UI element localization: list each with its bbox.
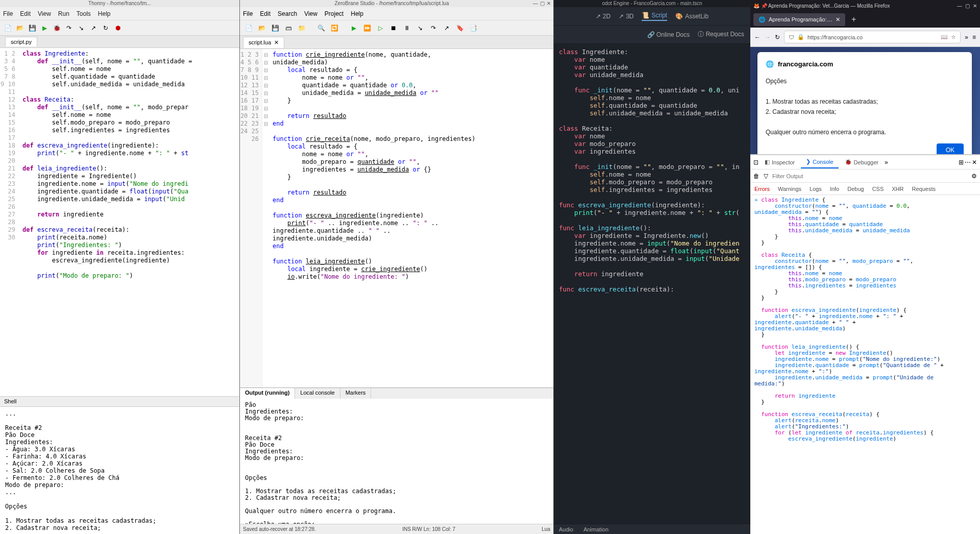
tab-assetlib[interactable]: 🎨 AssetLib xyxy=(675,13,708,20)
cat-debug[interactable]: Debug xyxy=(843,184,868,194)
save-icon[interactable]: 💾 xyxy=(28,23,37,33)
menu-edit[interactable]: Edit xyxy=(20,10,31,17)
run2-icon[interactable]: ⏩ xyxy=(361,22,373,34)
projdir-icon[interactable]: 📁 xyxy=(296,22,307,34)
godot-editor[interactable]: class Ingrediente: var nome var quantida… xyxy=(554,44,750,524)
step-into-icon[interactable]: ↘ xyxy=(414,22,426,34)
tab-inspector[interactable]: ◧ Inspector xyxy=(760,156,800,168)
bottom-animation[interactable]: Animation xyxy=(583,526,608,532)
close-icon[interactable]: ✕ xyxy=(547,1,551,7)
close-icon[interactable]: ✕ xyxy=(973,3,977,9)
thonny-editor[interactable]: 1 2 3 4 5 6 7 8 9 10 11 12 13 14 15 16 1… xyxy=(0,48,239,396)
url-bar[interactable]: 🛡 🔒 https://francogarcia.co 📖 ☆ xyxy=(784,31,961,43)
cat-warnings[interactable]: Warnings xyxy=(774,184,805,194)
stop-debug-icon[interactable]: ⏹ xyxy=(388,22,399,34)
shield-icon[interactable]: 🛡 xyxy=(789,34,794,40)
bottom-audio[interactable]: Audio xyxy=(559,526,573,532)
step-out-icon[interactable]: ↗ xyxy=(441,22,452,34)
settings-icon[interactable]: ⚙ xyxy=(971,173,977,180)
thonny-shell[interactable]: ... Receita #2 Pão Doce Ingredientes: - … xyxy=(0,406,239,534)
menu-help[interactable]: Help xyxy=(98,10,111,17)
cat-errors[interactable]: Errors xyxy=(750,184,774,194)
saveall-icon[interactable]: 🗃 xyxy=(283,22,294,34)
tab-script-lua[interactable]: script.lua ✕ xyxy=(243,37,284,48)
new-icon[interactable]: 📄 xyxy=(243,22,254,34)
menu-icon[interactable]: ≡ xyxy=(972,34,976,41)
minimize-icon[interactable]: — xyxy=(533,1,538,7)
save-icon[interactable]: 💾 xyxy=(270,22,281,34)
tab-markers[interactable]: Markers xyxy=(340,388,372,399)
maximize-icon[interactable]: ▢ xyxy=(965,3,970,9)
tab-debugger[interactable]: 🐞 Debugger xyxy=(840,156,884,168)
toggle-bp-icon[interactable]: 🔖 xyxy=(454,22,465,34)
step-over-icon[interactable]: ↷ xyxy=(428,22,439,34)
debug-icon[interactable]: 🐞 xyxy=(52,23,61,33)
menu-view[interactable]: View xyxy=(304,10,317,17)
trash-icon[interactable]: 🗑 xyxy=(753,173,760,180)
zerobrane-editor[interactable]: 1 2 3 4 5 6 7 8 9 10 11 12 13 14 15 16 1… xyxy=(240,49,553,387)
minimize-icon[interactable]: — xyxy=(957,3,962,9)
zerobrane-code[interactable]: function crie_ingrediente(nome, quantida… xyxy=(270,49,553,387)
stop-icon[interactable]: ⬢ xyxy=(113,23,122,33)
tab-script-py[interactable]: script.py xyxy=(5,37,37,46)
request-docs-button[interactable]: ⓘ Request Docs xyxy=(698,30,744,39)
ok-button[interactable]: OK xyxy=(937,143,964,154)
filter-input[interactable] xyxy=(772,173,967,179)
more-tabs-icon[interactable]: » xyxy=(885,159,888,166)
find-icon[interactable]: 🔍 xyxy=(315,22,327,34)
menu-tools[interactable]: Tools xyxy=(77,10,91,17)
reload-icon[interactable]: ↻ xyxy=(775,34,780,41)
pick-element-icon[interactable]: ⊡ xyxy=(753,159,758,166)
cat-xhr[interactable]: XHR xyxy=(888,184,908,194)
dock-icon[interactable]: ⊞ xyxy=(959,159,964,166)
overflow-icon[interactable]: » xyxy=(965,34,968,41)
zerobrane-output[interactable]: Pão Ingredientes: Modo de preparo: Recei… xyxy=(240,399,553,524)
zerobrane-fold[interactable]: ⊟ ⊟ ⊟ ⊟ ⊟ ⊟ ⊟ ⊟ ⊟ ⊟ xyxy=(262,49,270,387)
resume-icon[interactable]: ↻ xyxy=(101,23,110,33)
tab-local-console[interactable]: Local console xyxy=(295,388,340,399)
bookmark-icon[interactable]: 📑 xyxy=(468,22,479,34)
bookmark-icon[interactable]: ☆ xyxy=(951,34,956,40)
close-tab-icon[interactable]: ✕ xyxy=(274,39,279,46)
open-file-icon[interactable]: 📂 xyxy=(15,23,24,33)
thonny-menubar[interactable]: File Edit View Run Tools Help xyxy=(0,7,239,20)
tab-output[interactable]: Output (running) xyxy=(240,388,295,399)
new-file-icon[interactable]: 📄 xyxy=(3,23,12,33)
thonny-code[interactable]: class Ingrediente: def __init__(self, no… xyxy=(19,48,239,396)
cat-requests[interactable]: Requests xyxy=(908,184,940,194)
debug-icon[interactable]: ▷ xyxy=(375,22,386,34)
menu-project[interactable]: Project xyxy=(325,10,344,17)
devtools-console-output[interactable]: » class Ingrediente { constructor(nome =… xyxy=(750,195,980,534)
online-docs-button[interactable]: 🔗 Online Docs xyxy=(647,31,690,38)
menu-file[interactable]: File xyxy=(243,10,253,17)
cat-logs[interactable]: Logs xyxy=(805,184,826,194)
maximize-icon[interactable]: ▢ xyxy=(540,1,545,7)
cat-css[interactable]: CSS xyxy=(868,184,888,194)
step-into-icon[interactable]: ↘ xyxy=(77,23,86,33)
break-icon[interactable]: ⏸ xyxy=(401,22,412,34)
step-over-icon[interactable]: ↷ xyxy=(64,23,74,33)
tab-3d[interactable]: ↗ 3D xyxy=(619,13,633,20)
menu-edit[interactable]: Edit xyxy=(260,10,271,17)
devtools-menu-icon[interactable]: ⋯ xyxy=(965,159,971,166)
filter-icon[interactable]: ▽ xyxy=(764,173,768,180)
new-tab-button[interactable]: + xyxy=(848,15,859,24)
zerobrane-menubar[interactable]: File Edit Search View Project Help xyxy=(240,7,553,20)
menu-help[interactable]: Help xyxy=(351,10,363,17)
cat-info[interactable]: Info xyxy=(826,184,843,194)
menu-run[interactable]: Run xyxy=(58,10,69,17)
reader-icon[interactable]: 📖 xyxy=(941,34,948,40)
step-out-icon[interactable]: ↗ xyxy=(89,23,98,33)
tab-console[interactable]: ❯ Console xyxy=(801,156,838,168)
browser-tab[interactable]: 🌐 Aprenda Programação: Vetor ✕ xyxy=(753,13,845,26)
menu-view[interactable]: View xyxy=(38,10,51,17)
menu-search[interactable]: Search xyxy=(278,10,297,17)
back-icon[interactable]: ← xyxy=(754,34,761,41)
run-icon[interactable]: ▶ xyxy=(348,22,359,34)
replace-icon[interactable]: 🔁 xyxy=(329,22,340,34)
close-devtools-icon[interactable]: ✕ xyxy=(972,159,977,166)
menu-file[interactable]: File xyxy=(3,10,13,17)
tab-2d[interactable]: ↗ 2D xyxy=(596,13,610,20)
tab-script[interactable]: 📜 Script xyxy=(642,12,667,21)
run-icon[interactable]: ▶ xyxy=(40,23,49,33)
